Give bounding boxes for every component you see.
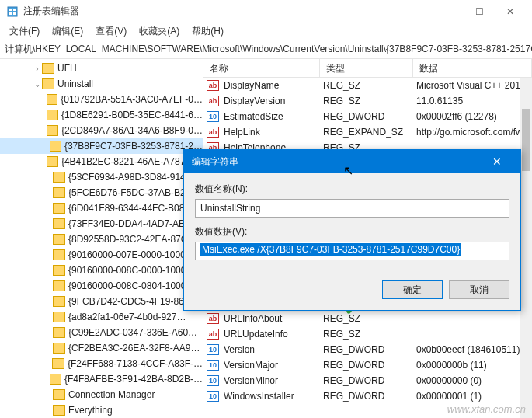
col-header-name[interactable]: 名称 [203, 59, 320, 77]
tree-node-item[interactable]: {9FCB7D42-CDC5-4F19-867… [0, 294, 203, 309]
tree-node-item[interactable]: {8D92558D-93C2-42EA-87C… [0, 232, 203, 247]
scrollbar-vertical[interactable] [520, 78, 532, 418]
menu-edit[interactable]: 编辑(E) [46, 23, 89, 40]
tree-node-item[interactable]: {C99E2ADC-0347-336E-A60… [0, 325, 203, 340]
list-row[interactable]: 10VersionMajorREG_DWORD0x0000000b (11) [203, 357, 532, 373]
list-row[interactable]: abDisplayVersionREG_SZ11.0.61135 [203, 93, 532, 109]
folder-icon [42, 63, 54, 74]
tree-label: {2CD849A7-86A1-34A6-B8F9-0… [61, 125, 203, 136]
tree-node-item[interactable]: {F24FF688-7138-4CCF-A83F-… [0, 356, 203, 371]
menu-file[interactable]: 文件(F) [3, 23, 46, 40]
tree-label: {1D8E6291-B0D5-35EC-8441-6… [61, 110, 203, 120]
value-type-icon: ab [207, 80, 219, 91]
dialog-close-button[interactable]: ✕ [482, 155, 513, 168]
tree-node-ufh[interactable]: ›UFH [0, 61, 203, 76]
folder-icon [53, 218, 65, 229]
list-row[interactable]: 10VersionREG_DWORD0x0b00eecf (184610511) [203, 342, 532, 357]
col-header-data[interactable]: 数据 [413, 59, 532, 77]
tree-node-item[interactable]: Everything [0, 402, 203, 418]
tree-label: {90160000-007E-0000-1000… [68, 249, 195, 260]
folder-icon [53, 187, 65, 198]
dialog-titlebar[interactable]: 编辑字符串 ✕ [184, 150, 520, 173]
maximize-button[interactable]: ☐ [464, 1, 495, 23]
menu-help[interactable]: 帮助(H) [186, 23, 230, 40]
value-type-icon: 10 [207, 111, 219, 122]
tree-node-item[interactable]: {CF2BEA3C-26EA-32F8-AA9… [0, 340, 203, 356]
menu-favorites[interactable]: 收藏夹(A) [133, 23, 186, 40]
folder-icon [42, 78, 54, 89]
value-type-icon: ab [207, 127, 219, 138]
list-row[interactable]: 10WindowsInstallerREG_DWORD0x00000001 (1… [203, 388, 532, 404]
tree-node-item[interactable]: {ad8a2fa1-06e7-4b0d-927… [0, 309, 203, 325]
menu-view[interactable]: 查看(V) [89, 23, 133, 40]
folder-icon [53, 312, 65, 322]
tree-label: {F24FF688-7138-4CCF-A83F-… [68, 358, 203, 369]
tree-label: {8D92558D-93C2-42EA-87C… [68, 234, 196, 245]
list-row[interactable]: abURLUpdateInfoREG_SZ [203, 326, 532, 342]
watermark: www.xfan.com.cn [447, 403, 526, 415]
tree-node-item[interactable]: {37B8F9C7-03FB-3253-8781-2… [0, 138, 203, 154]
folder-icon [53, 234, 65, 245]
value-type: REG_DWORD [323, 375, 416, 386]
tree-node-item[interactable]: {6D041F89-6344-44FC-B086… [0, 200, 203, 216]
minimize-button[interactable]: — [433, 1, 464, 23]
list-row[interactable]: abDisplayNameREG_SZMicrosoft Visual C++ … [203, 78, 532, 93]
value-name-label: 数值名称(N): [195, 183, 509, 196]
tree-node-item[interactable]: {73FF34E0-DDA4-4AD7-ABF… [0, 216, 203, 232]
ok-button[interactable]: 确定 [382, 280, 443, 299]
value-data-label: 数值数据(V): [195, 225, 509, 239]
tree-node-item[interactable]: {90160000-008C-0804-1000… [0, 278, 203, 294]
tree-node-item[interactable]: {5FCE6D76-F5DC-37AB-B2B… [0, 185, 203, 200]
tree-node-item[interactable]: {F4F8AFBE-3F91-42BA-8D2B-… [0, 371, 203, 387]
folder-icon [47, 156, 57, 167]
value-type-icon: 10 [207, 375, 219, 386]
address-bar[interactable]: 计算机\HKEY_LOCAL_MACHINE\SOFTWARE\Microsof… [0, 40, 532, 59]
app-icon [6, 5, 19, 18]
value-type: REG_DWORD [323, 360, 416, 371]
tree-node-item[interactable]: Connection Manager [0, 387, 203, 402]
list-row[interactable]: abHelpLinkREG_EXPAND_SZhttp://go.microso… [203, 124, 532, 140]
value-name: DisplayVersion [224, 96, 323, 106]
registry-tree[interactable]: ›UFH⌄Uninstall{010792BA-551A-3AC0-A7EF-0… [0, 59, 203, 418]
col-header-type[interactable]: 类型 [320, 59, 413, 77]
value-data: 0x0b00eecf (184610511) [416, 344, 532, 355]
value-data-selection: MsiExec.exe /X{37B8F9C7-03FB-3253-8781-2… [200, 243, 461, 256]
value-type: REG_DWORD [323, 391, 416, 402]
tree-node-item[interactable]: {2CD849A7-86A1-34A6-B8F9-0… [0, 123, 203, 138]
tree-label: {4B41B2EC-8221-46AE-A787-4… [61, 156, 203, 167]
tree-node-item[interactable]: {4B41B2EC-8221-46AE-A787-4… [0, 154, 203, 169]
tree-label: {C99E2ADC-0347-336E-A60… [68, 327, 197, 338]
scrollbar-thumb[interactable] [522, 109, 530, 171]
tree-label: Everything [68, 405, 113, 416]
folder-icon [50, 141, 61, 152]
cancel-button[interactable]: 取消 [449, 280, 509, 299]
tree-node-item[interactable]: {90160000-008C-0000-1000… [0, 263, 203, 278]
tree-node-item[interactable]: {1D8E6291-B0D5-35EC-8441-6… [0, 107, 203, 123]
tree-label: {010792BA-551A-3AC0-A7EF-0… [61, 94, 203, 105]
list-row[interactable]: 10EstimatedSizeREG_DWORD0x00002ff6 (1227… [203, 109, 532, 124]
value-type: REG_SZ [323, 96, 416, 106]
value-type-icon: ab [207, 329, 219, 340]
value-data-input[interactable]: MsiExec.exe /X{37B8F9C7-03FB-3253-8781-2… [195, 242, 509, 260]
tree-node-item[interactable]: {90160000-007E-0000-1000… [0, 247, 203, 263]
folder-icon [53, 265, 65, 276]
tree-label: {73FF34E0-DDA4-4AD7-ABF… [68, 218, 200, 229]
value-name-input[interactable] [195, 199, 509, 218]
tree-toggle-icon[interactable]: › [33, 64, 42, 73]
list-header: 名称 类型 数据 [203, 59, 532, 78]
svg-rect-4 [13, 12, 16, 15]
list-row[interactable]: abURLInfoAboutREG_SZ [203, 311, 532, 326]
tree-label: {CF2BEA3C-26EA-32F8-AA9… [68, 343, 200, 354]
svg-rect-2 [13, 9, 16, 11]
list-row[interactable]: 10VersionMinorREG_DWORD0x00000000 (0) [203, 373, 532, 388]
tree-node-item[interactable]: {010792BA-551A-3AC0-A7EF-0… [0, 92, 203, 107]
value-type: REG_SZ [323, 313, 416, 324]
value-type: REG_SZ [323, 329, 416, 340]
tree-node-item[interactable]: {53CF6934-A98D-3D84-9146… [0, 169, 203, 185]
folder-icon [50, 374, 61, 385]
tree-label: Uninstall [57, 78, 93, 89]
close-button[interactable]: ✕ [495, 1, 526, 23]
tree-toggle-icon[interactable]: ⌄ [33, 80, 42, 89]
edit-string-dialog: 编辑字符串 ✕ 数值名称(N): 数值数据(V): MsiExec.exe /X… [183, 149, 521, 311]
tree-node-uninstall[interactable]: ⌄Uninstall [0, 76, 203, 92]
